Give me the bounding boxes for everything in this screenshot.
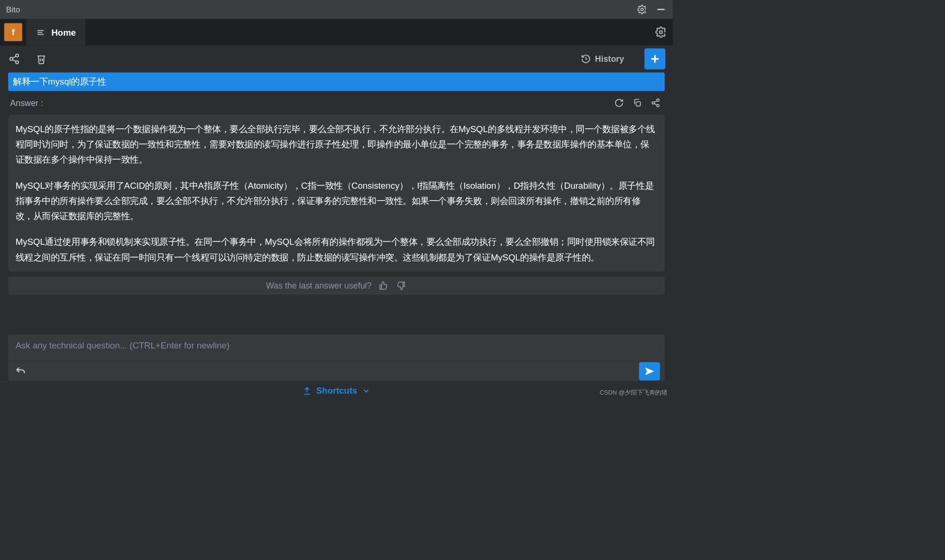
minimize-icon[interactable] (655, 4, 666, 15)
watermark: CSDN @夕阳下飞奔的猪 (599, 388, 667, 396)
history-icon (581, 54, 591, 64)
svg-line-10 (12, 59, 16, 61)
answer-share-icon[interactable] (648, 96, 663, 110)
thumbs-down-icon[interactable] (395, 280, 407, 291)
svg-point-0 (641, 8, 643, 10)
avatar: f (4, 23, 22, 41)
answer-paragraph: MySQL对事务的实现采用了ACID的原则，其中A指原子性（Atomicity）… (16, 178, 657, 224)
svg-rect-13 (636, 102, 640, 106)
history-label: History (595, 54, 624, 64)
feedback-bar: Was the last answer useful? (8, 277, 665, 295)
svg-line-18 (654, 104, 657, 105)
svg-point-15 (652, 102, 655, 104)
avatar-tab[interactable]: f (0, 19, 27, 46)
history-button[interactable]: History (581, 54, 624, 64)
share-icon[interactable] (8, 52, 21, 66)
svg-point-6 (16, 54, 19, 57)
svg-point-8 (16, 61, 19, 64)
panel-settings-icon[interactable] (649, 19, 673, 46)
svg-line-9 (12, 56, 16, 58)
shortcuts-toggle[interactable]: Shortcuts (0, 383, 673, 399)
window-titlebar: Bito (0, 0, 673, 19)
undo-icon[interactable] (13, 363, 29, 379)
answer-paragraph: MySQL的原子性指的是将一个数据操作视为一个整体，要么全部执行完毕，要么全部不… (16, 122, 657, 168)
copy-icon[interactable] (630, 96, 645, 110)
chat-toolbar: History (0, 45, 673, 72)
regenerate-icon[interactable] (612, 96, 626, 110)
tab-home[interactable]: Home (27, 19, 86, 46)
answer-label: Answer : (10, 98, 43, 108)
new-chat-button[interactable] (645, 48, 665, 69)
window-title: Bito (6, 5, 20, 14)
feedback-label: Was the last answer useful? (266, 281, 372, 291)
answer-header: Answer : (8, 96, 665, 110)
shortcuts-label: Shortcuts (316, 386, 357, 396)
tab-home-label: Home (51, 27, 76, 38)
svg-point-5 (660, 31, 663, 34)
answer-body: MySQL的原子性指的是将一个数据操作视为一个整体，要么全部执行完毕，要么全部不… (8, 115, 665, 271)
answer-paragraph: MySQL通过使用事务和锁机制来实现原子性。在同一个事务中，MySQL会将所有的… (16, 234, 657, 265)
tab-bar: f Home (0, 19, 673, 46)
question-bubble: 解释一下mysql的原子性 (8, 72, 665, 91)
input-area: Ask any technical question... (CTRL+Ente… (0, 331, 673, 382)
svg-point-7 (10, 58, 13, 60)
menu-icon (36, 28, 45, 37)
trash-icon[interactable] (35, 52, 48, 66)
svg-point-16 (657, 105, 659, 107)
svg-line-17 (654, 101, 657, 102)
upload-icon (303, 386, 312, 396)
svg-point-14 (657, 99, 659, 101)
chat-content: 解释一下mysql的原子性 Answer : MySQL的原子性指的是将一个数据… (0, 72, 673, 331)
chevron-down-icon (362, 386, 370, 395)
question-input[interactable]: Ask any technical question... (CTRL+Ente… (8, 334, 665, 361)
settings-gear-icon[interactable] (636, 4, 648, 15)
send-button[interactable] (639, 362, 660, 380)
input-controls (8, 361, 665, 381)
thumbs-up-icon[interactable] (377, 280, 389, 291)
